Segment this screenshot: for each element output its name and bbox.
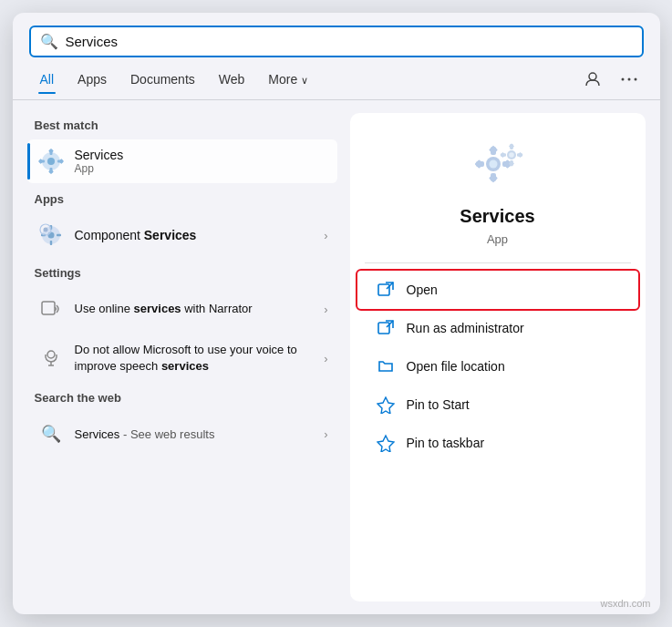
- more-chevron-icon: [299, 72, 308, 87]
- narrator-text: Use online services with Narrator: [75, 301, 253, 317]
- voice-title: Do not allow Microsoft to use your voice…: [75, 342, 315, 375]
- search-input[interactable]: [66, 34, 633, 49]
- nav-tabs-left: All Apps Documents Web More: [29, 67, 320, 92]
- result-narrator-services[interactable]: Use online services with Narrator ›: [27, 287, 337, 331]
- web-services-text: Services - See web results: [75, 427, 215, 441]
- svg-point-5: [47, 158, 55, 165]
- run-as-admin-label: Run as administrator: [407, 321, 524, 335]
- svg-point-15: [47, 232, 54, 239]
- svg-point-21: [43, 228, 47, 232]
- action-run-as-admin[interactable]: Run as administrator: [357, 309, 638, 347]
- svg-point-23: [47, 351, 55, 358]
- action-pin-to-taskbar[interactable]: Pin to taskbar: [357, 424, 638, 462]
- web-services-title: Services - See web results: [75, 427, 215, 441]
- section-web-label: Search the web: [27, 385, 337, 408]
- result-services-best-match[interactable]: Services App: [27, 139, 337, 183]
- narrator-icon: [36, 294, 66, 324]
- more-options-btn[interactable]: [615, 65, 644, 94]
- web-services-arrow: ›: [324, 427, 327, 441]
- open-file-location-label: Open file location: [407, 359, 505, 374]
- voice-arrow: ›: [324, 352, 327, 365]
- open-file-location-icon: [376, 356, 396, 376]
- run-as-admin-icon: [376, 318, 396, 338]
- pin-to-taskbar-icon: [376, 433, 396, 453]
- section-settings-label: Settings: [27, 261, 337, 283]
- component-services-arrow: ›: [324, 229, 327, 242]
- result-web-services[interactable]: 🔍 Services - See web results ›: [27, 412, 337, 456]
- services-result-subtitle: App: [75, 162, 124, 175]
- main-content: Best match: [13, 100, 660, 614]
- tab-documents[interactable]: Documents: [119, 67, 206, 92]
- right-panel: Services App Open: [350, 113, 646, 601]
- user-icon: [584, 71, 601, 87]
- svg-point-1: [621, 78, 624, 81]
- pin-to-start-icon: [376, 395, 396, 415]
- action-pin-to-start[interactable]: Pin to Start: [357, 385, 638, 424]
- svg-point-2: [627, 78, 630, 81]
- open-icon: [376, 280, 396, 300]
- nav-tabs-right: [578, 65, 644, 94]
- tab-all[interactable]: All: [29, 67, 66, 92]
- svg-rect-22: [42, 302, 55, 314]
- component-services-icon: [36, 221, 66, 250]
- watermark: wsxdn.com: [600, 598, 650, 609]
- svg-point-27: [489, 160, 497, 169]
- services-result-title: Services: [75, 148, 124, 162]
- tab-web[interactable]: Web: [208, 67, 256, 92]
- svg-point-0: [589, 73, 596, 80]
- narrator-arrow: ›: [324, 303, 327, 316]
- right-actions: Open Run as administrator: [350, 263, 646, 469]
- svg-rect-43: [517, 152, 522, 158]
- web-search-icon: 🔍: [36, 419, 66, 448]
- user-icon-btn[interactable]: [578, 65, 607, 94]
- voice-text: Do not allow Microsoft to use your voice…: [75, 342, 315, 375]
- component-services-title: Component Services: [75, 228, 197, 242]
- search-icon: 🔍: [40, 33, 58, 50]
- services-big-icon: [470, 139, 526, 197]
- svg-rect-46: [378, 284, 389, 295]
- search-window: 🔍 All Apps Documents Web More: [13, 13, 660, 614]
- narrator-title: Use online services with Narrator: [75, 301, 253, 317]
- section-apps-label: Apps: [27, 187, 337, 210]
- action-open-file-location[interactable]: Open file location: [357, 347, 638, 385]
- pin-to-taskbar-label: Pin to taskbar: [407, 436, 485, 450]
- open-label: Open: [407, 283, 438, 297]
- svg-rect-32: [489, 145, 498, 154]
- svg-rect-34: [489, 174, 498, 183]
- svg-point-37: [509, 152, 514, 158]
- result-component-services[interactable]: Component Services ›: [27, 213, 337, 257]
- action-open[interactable]: Open: [357, 271, 638, 309]
- services-app-icon: [36, 147, 66, 176]
- right-app-type: App: [487, 232, 508, 246]
- section-best-match-label: Best match: [27, 113, 337, 136]
- search-input-wrapper[interactable]: 🔍: [29, 26, 644, 57]
- svg-rect-35: [474, 159, 483, 169]
- left-panel: Best match: [27, 113, 337, 601]
- result-voice-services[interactable]: Do not allow Microsoft to use your voice…: [27, 334, 337, 382]
- svg-rect-45: [500, 152, 505, 158]
- svg-rect-42: [508, 143, 513, 149]
- right-app-name: Services: [460, 206, 534, 227]
- svg-rect-19: [57, 234, 61, 236]
- component-services-text: Component Services: [75, 228, 197, 242]
- tab-more[interactable]: More: [257, 67, 319, 92]
- svg-point-3: [634, 78, 636, 81]
- svg-rect-48: [378, 323, 389, 334]
- services-result-text: Services App: [75, 148, 124, 175]
- svg-rect-17: [49, 241, 51, 245]
- tab-apps[interactable]: Apps: [67, 67, 118, 92]
- voice-icon: [36, 344, 66, 373]
- search-bar: 🔍: [13, 13, 660, 57]
- ellipsis-icon: [621, 77, 637, 81]
- pin-to-start-label: Pin to Start: [407, 397, 470, 412]
- nav-tabs: All Apps Documents Web More: [13, 57, 660, 94]
- right-app-header: Services App: [350, 113, 646, 262]
